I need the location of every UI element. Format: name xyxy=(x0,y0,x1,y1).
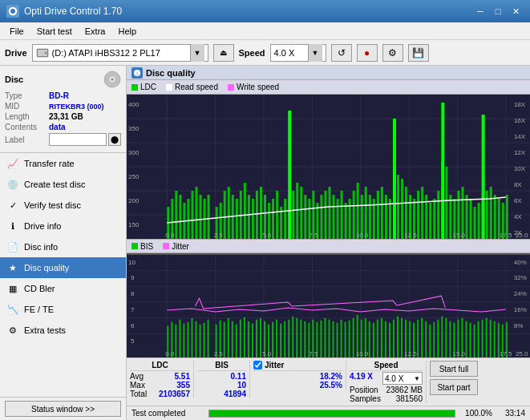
svg-text:12.5: 12.5 xyxy=(404,350,417,357)
menu-start-test[interactable]: Start test xyxy=(30,25,79,38)
ldc-color-dot xyxy=(131,84,138,91)
minimize-button[interactable]: ─ xyxy=(472,3,488,19)
svg-rect-158 xyxy=(200,325,201,357)
disc-label-button[interactable]: ⬤ xyxy=(108,133,121,146)
eject-button[interactable]: ⏏ xyxy=(213,44,234,62)
nav-cd-bler[interactable]: ▦ CD Bler xyxy=(0,278,126,299)
svg-text:7.5: 7.5 xyxy=(309,350,318,357)
drive-dropdown-arrow[interactable]: ▼ xyxy=(190,44,204,62)
svg-rect-56 xyxy=(300,187,302,239)
svg-rect-230 xyxy=(494,321,496,357)
start-part-button[interactable]: Start part xyxy=(430,379,478,395)
create-test-disc-icon: 💿 xyxy=(6,178,19,191)
bottom-chart-legend: BIS Jitter xyxy=(127,239,530,253)
nav-disc-quality[interactable]: ★ Disc quality xyxy=(0,257,126,278)
svg-text:2.5: 2.5 xyxy=(214,232,224,239)
status-area: Status window >> xyxy=(0,397,126,420)
svg-text:6X: 6X xyxy=(514,197,522,204)
svg-text:40%: 40% xyxy=(514,259,527,266)
svg-rect-61 xyxy=(320,195,322,239)
svg-text:12.5: 12.5 xyxy=(404,232,417,239)
disc-header-label: Disc xyxy=(5,75,23,84)
chart-title: Disc quality xyxy=(146,68,196,78)
svg-rect-219 xyxy=(449,321,451,357)
svg-rect-76 xyxy=(381,187,383,239)
speed-select-widget[interactable]: 4.0 X ▼ xyxy=(382,372,423,385)
bis-avg-row: Avg 0.11 xyxy=(197,372,246,381)
start-full-button[interactable]: Start full xyxy=(430,361,478,377)
nav-verify-test-disc[interactable]: ✓ Verify test disc xyxy=(0,195,126,216)
close-button[interactable]: ✕ xyxy=(508,3,524,19)
nav-disc-info[interactable]: 📄 Disc info xyxy=(0,236,126,257)
svg-rect-102 xyxy=(486,191,488,239)
svg-text:350: 350 xyxy=(128,125,140,132)
disc-mid-value: RITEKBR3 (000) xyxy=(49,103,104,111)
svg-rect-100 xyxy=(478,203,480,239)
svg-rect-154 xyxy=(183,324,184,357)
menu-help[interactable]: Help xyxy=(111,25,143,38)
svg-text:0.0: 0.0 xyxy=(165,350,175,357)
jitter-checkbox[interactable] xyxy=(253,361,262,370)
svg-text:5.0: 5.0 xyxy=(262,350,272,357)
svg-text:32%: 32% xyxy=(514,275,527,282)
svg-rect-228 xyxy=(486,318,488,357)
svg-rect-77 xyxy=(385,195,387,239)
titlebar-left: Opti Drive Control 1.70 xyxy=(6,5,122,18)
speed-current-value: 4.19 X xyxy=(350,372,373,385)
bis-avg-value: 0.11 xyxy=(231,372,246,381)
svg-rect-45 xyxy=(256,191,258,239)
svg-text:12X: 12X xyxy=(514,149,526,156)
svg-text:200: 200 xyxy=(128,197,140,204)
nav-disc-info-label: Disc info xyxy=(24,242,58,252)
svg-rect-166 xyxy=(236,325,237,357)
disc-label-input[interactable] xyxy=(49,133,107,146)
settings-button[interactable]: ⚙ xyxy=(382,44,403,62)
svg-rect-168 xyxy=(244,317,245,357)
bis-total-row: Total 41894 xyxy=(197,390,246,398)
save-button[interactable]: 💾 xyxy=(408,44,429,62)
ldc-legend-label: LDC xyxy=(140,83,156,91)
bis-legend-label: BIS xyxy=(140,242,153,251)
stats-bar: LDC Avg 5.51 Max 355 Total 2103657 xyxy=(127,357,530,406)
svg-rect-215 xyxy=(433,322,435,357)
svg-text:9: 9 xyxy=(131,275,135,282)
jitter-max-value: 25.5% xyxy=(320,381,342,390)
speed-selector[interactable]: 4.0 X ▼ xyxy=(270,44,326,62)
svg-rect-32 xyxy=(200,195,202,239)
drive-selector[interactable]: (D:) ATAPI iHBS312 2 PL17 ▼ xyxy=(32,44,208,62)
svg-rect-31 xyxy=(196,187,198,239)
maximize-button[interactable]: □ xyxy=(490,3,506,19)
svg-rect-224 xyxy=(470,323,471,357)
svg-text:10X: 10X xyxy=(514,165,526,172)
svg-rect-195 xyxy=(353,318,354,357)
status-window-button[interactable]: Status window >> xyxy=(5,401,121,417)
svg-text:400: 400 xyxy=(128,101,140,108)
svg-text:24%: 24% xyxy=(514,290,527,297)
svg-point-7 xyxy=(111,79,114,81)
svg-rect-30 xyxy=(191,191,193,239)
svg-rect-88 xyxy=(429,203,431,239)
refresh-button[interactable]: ↺ xyxy=(331,44,352,62)
menu-file[interactable]: File xyxy=(3,25,30,38)
svg-rect-201 xyxy=(377,320,378,357)
svg-rect-203 xyxy=(385,321,386,357)
nav-extra-tests[interactable]: ⚙ Extra tests xyxy=(0,320,126,341)
drive-value: (D:) ATAPI iHBS312 2 PL17 xyxy=(52,48,160,58)
record-button[interactable]: ● xyxy=(357,44,378,62)
jitter-color-dot xyxy=(163,243,169,249)
disc-quality-title-icon: i xyxy=(131,67,143,79)
svg-rect-49 xyxy=(272,199,274,239)
nav-transfer-rate[interactable]: 📈 Transfer rate xyxy=(0,153,126,174)
menu-extra[interactable]: Extra xyxy=(79,25,112,38)
speed-dropdown-arrow[interactable]: ▼ xyxy=(308,44,322,62)
nav-drive-info[interactable]: ℹ Drive info xyxy=(0,216,126,236)
nav-create-test-disc[interactable]: 💿 Create test disc xyxy=(0,174,126,195)
main-layout: Disc Type BD-R MID RITEKBR3 (000) Length… xyxy=(0,66,530,420)
ldc-total-value: 2103657 xyxy=(159,390,190,398)
svg-rect-29 xyxy=(187,199,189,239)
nav-fe-te[interactable]: 📉 FE / TE xyxy=(0,299,126,320)
disc-contents-label: Contents xyxy=(5,123,49,131)
svg-rect-202 xyxy=(381,318,382,357)
fe-te-icon: 📉 xyxy=(6,303,19,316)
svg-rect-65 xyxy=(337,199,339,239)
